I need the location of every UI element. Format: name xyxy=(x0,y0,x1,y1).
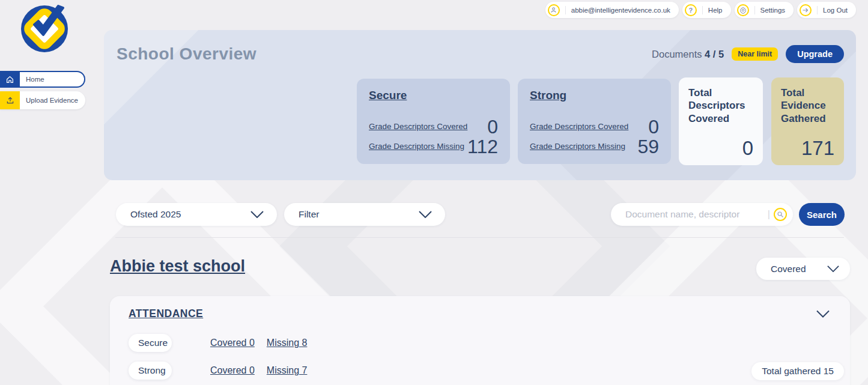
page-title: School Overview xyxy=(117,44,256,64)
chevron-down-icon xyxy=(250,211,264,218)
settings-label: Settings xyxy=(760,7,786,14)
grade-descriptors-missing-link[interactable]: Grade Descriptors Missing xyxy=(369,142,464,151)
pill-divider xyxy=(565,6,566,14)
total-evidence-title: Total Evidence Gathered xyxy=(781,86,834,125)
total-descriptors-value: 0 xyxy=(742,138,753,158)
account-email: abbie@intelligentevidence.co.uk xyxy=(571,7,670,14)
section-divider xyxy=(115,237,844,238)
missing-count-link[interactable]: Missing 8 xyxy=(267,338,308,348)
covered-dropdown-value: Covered xyxy=(771,264,827,274)
grade-descriptors-covered-link[interactable]: Grade Descriptors Covered xyxy=(530,122,628,131)
missing-value: 59 xyxy=(637,137,659,156)
pill-divider xyxy=(817,6,818,14)
documents-value: 4 / 5 xyxy=(705,49,724,59)
logout-icon xyxy=(800,4,812,16)
secure-card-rows: Grade Descriptors Covered 0 Grade Descri… xyxy=(369,117,498,156)
covered-value: 0 xyxy=(648,117,659,136)
attendance-row-strong: Strong Covered 0 Missing 7 xyxy=(129,362,307,380)
sidebar-item-label: Home xyxy=(26,76,44,83)
settings-button[interactable]: Settings xyxy=(735,2,794,18)
attendance-section-card: ATTENDANCE Secure Covered 0 Missing 8 St… xyxy=(110,296,850,385)
sidebar-item-home[interactable]: Home xyxy=(0,71,85,88)
gear-icon xyxy=(737,4,749,16)
covered-row: Grade Descriptors Covered 0 xyxy=(530,117,659,136)
level-badge: Strong xyxy=(129,362,172,380)
grade-descriptors-missing-link[interactable]: Grade Descriptors Missing xyxy=(530,142,625,151)
app-logo[interactable] xyxy=(16,4,73,54)
search-icon[interactable] xyxy=(774,208,787,221)
chevron-down-icon xyxy=(827,265,839,272)
covered-dropdown[interactable]: Covered xyxy=(756,258,850,280)
account-pill[interactable]: abbie@intelligentevidence.co.uk xyxy=(545,2,679,18)
covered-count-link[interactable]: Covered 0 xyxy=(210,365,255,376)
checkmark-icon xyxy=(27,5,67,43)
search-button[interactable]: Search xyxy=(799,203,845,226)
help-button[interactable]: ? Help xyxy=(682,2,731,18)
upload-icon xyxy=(0,91,20,109)
missing-value: 112 xyxy=(467,137,498,156)
attendance-row-secure: Secure Covered 0 Missing 8 xyxy=(129,334,307,352)
missing-count-link[interactable]: Missing 7 xyxy=(267,365,308,376)
logout-button[interactable]: Log Out xyxy=(797,2,856,18)
sidebar-item-label: Upload Evidence xyxy=(26,97,78,104)
filter-dropdown[interactable]: Filter xyxy=(284,203,445,226)
framework-dropdown-value: Ofsted 2025 xyxy=(130,209,250,220)
total-descriptors-title: Total Descriptors Covered xyxy=(688,86,753,125)
help-label: Help xyxy=(708,7,723,14)
search-divider: | xyxy=(768,209,770,220)
total-evidence-value: 171 xyxy=(801,138,834,158)
upgrade-button[interactable]: Upgrade xyxy=(786,45,844,63)
documents-row: Documents 4 / 5 Near limit Upgrade xyxy=(652,45,844,63)
sidebar-item-upload-evidence[interactable]: Upload Evidence xyxy=(0,91,85,109)
filter-dropdown-value: Filter xyxy=(299,209,419,220)
documents-count: Documents 4 / 5 xyxy=(652,49,724,60)
level-badge: Secure xyxy=(129,334,172,352)
pill-divider xyxy=(754,6,755,14)
secure-stats-card: Secure Grade Descriptors Covered 0 Grade… xyxy=(357,79,510,164)
grade-descriptors-covered-link[interactable]: Grade Descriptors Covered xyxy=(369,122,467,131)
covered-value: 0 xyxy=(487,117,498,136)
chevron-down-icon xyxy=(419,211,432,218)
logout-label: Log Out xyxy=(823,7,848,14)
pill-divider xyxy=(702,6,703,14)
covered-row: Grade Descriptors Covered 0 xyxy=(369,117,498,136)
user-icon xyxy=(548,4,560,16)
overview-panel: School Overview Documents 4 / 5 Near lim… xyxy=(104,30,856,180)
secure-card-title[interactable]: Secure xyxy=(369,89,498,102)
attendance-title-link[interactable]: ATTENDANCE xyxy=(129,308,203,320)
documents-label: Documents xyxy=(652,49,702,59)
search-field: | xyxy=(611,203,793,226)
near-limit-badge: Near limit xyxy=(732,47,778,61)
chevron-down-icon[interactable] xyxy=(816,309,830,320)
missing-row: Grade Descriptors Missing 59 xyxy=(530,136,659,156)
search-input[interactable] xyxy=(625,209,768,220)
help-icon: ? xyxy=(685,4,697,16)
home-icon xyxy=(0,72,20,86)
missing-row: Grade Descriptors Missing 112 xyxy=(369,136,498,156)
framework-dropdown[interactable]: Ofsted 2025 xyxy=(116,203,277,226)
strong-card-title[interactable]: Strong xyxy=(530,89,659,102)
strong-stats-card: Strong Grade Descriptors Covered 0 Grade… xyxy=(518,79,671,164)
topbar: abbie@intelligentevidence.co.uk ? Help S… xyxy=(545,2,856,18)
strong-card-rows: Grade Descriptors Covered 0 Grade Descri… xyxy=(530,117,659,156)
total-evidence-gathered-card: Total Evidence Gathered 171 xyxy=(771,77,844,165)
total-descriptors-covered-card: Total Descriptors Covered 0 xyxy=(679,77,763,165)
covered-count-link[interactable]: Covered 0 xyxy=(210,338,255,348)
total-gathered-badge: Total gathered 15 xyxy=(751,362,844,380)
school-name-link[interactable]: Abbie test school xyxy=(110,257,245,276)
